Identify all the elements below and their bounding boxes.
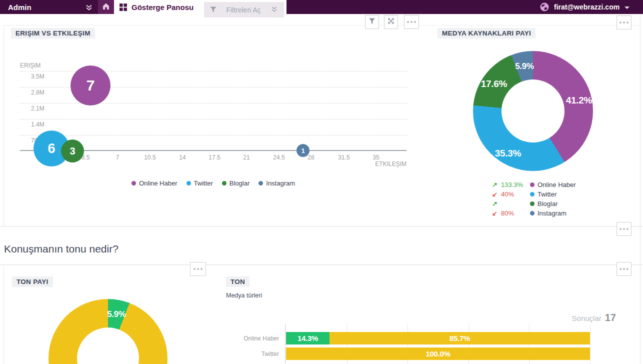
legend-item-online-haber[interactable]: Online Haber — [132, 180, 178, 187]
bubble-bloglar[interactable]: 3 — [61, 140, 84, 162]
bar-row-label: Online Haber — [220, 335, 279, 342]
slice-label-instagram: 5.9% — [515, 62, 534, 72]
account-menu[interactable]: firat@webrazzi.com — [554, 3, 630, 11]
gridline — [20, 103, 408, 104]
x-tick: 21 — [236, 154, 256, 161]
ellipsis-icon — [407, 21, 409, 23]
bar-segment-neutral[interactable]: 100.0% — [286, 348, 590, 360]
legend-item-bloglar[interactable]: Bloglar — [222, 180, 250, 187]
bar-row-online-haber: 14.3% 85.7% — [286, 332, 590, 344]
legend-dot — [132, 181, 136, 186]
donut-chart-menu-button[interactable] — [616, 16, 632, 30]
legend-dot — [530, 192, 534, 196]
open-filters-button[interactable]: Filtreleri Aç — [204, 2, 284, 18]
dashboard-screen: Admin Gösterge Panosu — [0, 0, 643, 364]
open-filters-label: Filtreleri Aç — [226, 6, 260, 14]
donut-hole — [77, 328, 139, 364]
slice-label-positive: 5.9% — [107, 310, 126, 320]
trend-value: 40% — [501, 190, 530, 198]
donut-chart-title: MEDYA KAYNAKLARI PAYI — [438, 28, 536, 38]
user-email: firat@webrazzi.com — [554, 3, 620, 11]
trend-value: 80% — [501, 210, 530, 217]
trend-value: 133.3% — [501, 181, 530, 188]
gridline — [20, 135, 408, 136]
section-divider-bottom — [0, 264, 643, 265]
dashboard-grid-icon — [120, 4, 127, 13]
trend-up-icon: ↗ — [492, 200, 501, 208]
trend-up-icon: ↗ — [492, 181, 501, 188]
tone-share-donut[interactable] — [48, 299, 168, 364]
bubble-chart-legend: Online Haber Twitter Bloglar Instagram — [20, 180, 406, 187]
section-divider-top — [0, 226, 643, 226]
bubble-online-haber[interactable]: 7 — [70, 66, 110, 106]
y-tick: 2.1M — [31, 105, 44, 112]
legend-dot — [530, 202, 534, 206]
bar-row-label: Twitter — [220, 350, 279, 358]
legend-item-instagram[interactable]: Instagram — [258, 180, 295, 187]
x-tick: 17.5 — [204, 154, 224, 161]
ton-subtitle: Medya türleri — [226, 292, 262, 299]
slice-label-online-haber: 41.2% — [566, 95, 592, 106]
bubble-chart-title: ERIŞIM VS ETKILEŞIM — [11, 28, 95, 38]
home-button[interactable] — [98, 0, 114, 14]
results-counter: Sonuçlar 17 — [515, 312, 616, 324]
legend-dot — [530, 211, 534, 216]
ellipsis-icon — [620, 22, 622, 24]
bar-gridline — [590, 324, 590, 364]
admin-menu[interactable]: Admin — [8, 3, 32, 12]
bar-axis-line — [285, 324, 286, 364]
y-axis-caption: ERIŞIM — [20, 62, 40, 69]
panel2-left-border — [4, 264, 4, 364]
x-tick: 14 — [172, 154, 192, 161]
ellipsis-icon — [194, 268, 196, 270]
home-icon — [102, 2, 110, 12]
globe-icon[interactable] — [540, 2, 550, 14]
ellipsis-icon — [620, 228, 622, 230]
legend-item-twitter[interactable]: Twitter — [186, 180, 213, 187]
panel-top-border — [4, 25, 640, 26]
legend-dot — [222, 181, 226, 186]
y-tick: 3.5M — [31, 73, 44, 80]
bubble-instagram[interactable]: 1 — [296, 144, 310, 157]
x-tick: 35 — [366, 154, 386, 161]
filters-chevron-icon — [270, 6, 278, 14]
ton-payi-menu-button[interactable] — [190, 262, 206, 276]
donut-hole — [502, 80, 564, 142]
gridline — [20, 119, 408, 120]
ellipsis-icon — [620, 268, 622, 270]
section-menu-button[interactable] — [616, 222, 632, 236]
expand-button[interactable] — [384, 15, 398, 29]
panel-left-border — [4, 25, 4, 226]
slice-label-bloglar: 17.6% — [481, 78, 507, 90]
slice-label-twitter: 35.3% — [495, 148, 521, 159]
x-tick: 10.5 — [140, 154, 160, 161]
ton-payi-title: TON PAYI — [12, 276, 53, 287]
ton-title: TON — [226, 276, 250, 287]
trend-down-icon: ↙ — [492, 190, 501, 198]
account-caret-icon — [624, 6, 630, 9]
legend-dot — [186, 181, 191, 186]
ton-menu-button[interactable] — [616, 262, 632, 276]
filter-funnel-icon — [210, 6, 216, 14]
bubble-chart-menu-button[interactable] — [404, 15, 419, 29]
bar-segment-neutral[interactable]: 85.7% — [330, 332, 590, 344]
trend-legend-row-twitter[interactable]: ↙ 40% Twitter — [492, 190, 556, 198]
x-tick: 7 — [108, 154, 128, 161]
trend-legend-row-bloglar[interactable]: ↗ Bloglar — [492, 199, 558, 208]
x-axis-caption: ETKILEŞIM — [356, 160, 406, 168]
expand-arrows-icon — [388, 18, 394, 26]
bar-segment-positive[interactable]: 14.3% — [286, 332, 330, 344]
results-label: Sonuçlar — [572, 314, 602, 322]
y-tick: 1.4M — [31, 121, 44, 128]
chart-filter-button[interactable] — [365, 15, 379, 29]
trend-legend-row-instagram[interactable]: ↙ 80% Instagram — [492, 208, 566, 218]
bar-row-twitter: 100.0% — [286, 348, 590, 360]
admin-chevron-icon[interactable] — [85, 4, 93, 13]
x-tick: 24.5 — [269, 154, 289, 161]
trend-legend-row-online-haber[interactable]: ↗ 133.3% Online Haber — [492, 180, 576, 189]
funnel-icon — [368, 18, 376, 26]
x-tick: 31.5 — [334, 154, 354, 161]
trend-down-icon: ↙ — [492, 210, 501, 217]
y-tick: 2.8M — [31, 89, 44, 96]
panel-right-border — [640, 14, 640, 364]
